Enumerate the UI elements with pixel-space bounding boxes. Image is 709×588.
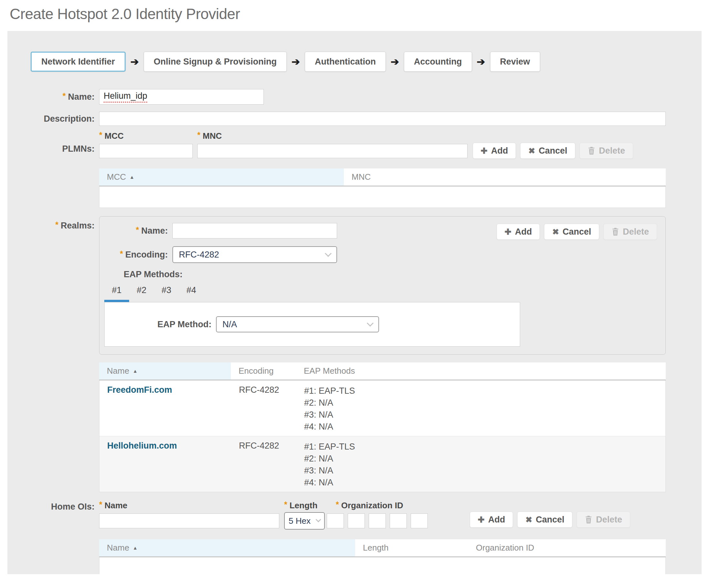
cancel-x-icon: ✖ xyxy=(552,228,559,236)
organization-id-inputs xyxy=(327,513,428,528)
arrow-right-icon: ➔ xyxy=(292,56,300,68)
plus-icon: ✚ xyxy=(478,516,484,524)
plmn-delete-button[interactable]: Delete xyxy=(580,143,633,159)
sort-asc-icon: ▲ xyxy=(133,368,137,374)
plmn-table-header-mnc[interactable]: MNC xyxy=(344,168,666,186)
realm-encoding-cell: RFC-4282 xyxy=(231,385,296,395)
eap-method-line: #3: N/A xyxy=(304,465,665,477)
eap-method-line: #1: EAP-TLS xyxy=(304,441,665,453)
step-accounting[interactable]: Accounting xyxy=(404,52,472,72)
step-authentication[interactable]: Authentication xyxy=(305,52,386,72)
trash-icon xyxy=(585,515,593,524)
eap-method-line: #4: N/A xyxy=(304,477,665,489)
realms-table-header-eap-methods[interactable]: EAP Methods xyxy=(296,363,666,379)
plus-icon: ✚ xyxy=(481,147,488,155)
homeoi-name-input[interactable] xyxy=(99,513,279,528)
eap-method-line: #3: N/A xyxy=(304,409,665,421)
realm-encoding-value: RFC-4282 xyxy=(179,250,219,260)
arrow-right-icon: ➔ xyxy=(130,56,139,68)
realm-name-link[interactable]: Hellohelium.com xyxy=(107,441,177,451)
mnc-input[interactable] xyxy=(197,144,468,158)
name-input[interactable]: Helium_idp xyxy=(99,89,264,105)
wizard-steps: Network Identifier ➔ Online Signup & Pro… xyxy=(31,52,702,72)
sort-asc-icon: ▲ xyxy=(129,174,134,180)
trash-icon xyxy=(587,146,595,155)
homeoi-table-header-organization-id[interactable]: Organization ID xyxy=(468,539,666,556)
description-label: Description: xyxy=(7,114,99,124)
realm-add-button[interactable]: ✚ Add xyxy=(497,224,540,240)
eap-method-select[interactable]: N/A xyxy=(216,316,379,332)
org-id-box-5[interactable] xyxy=(411,513,428,528)
realm-encoding-label: *Encoding: xyxy=(100,250,173,260)
plmn-table-body xyxy=(99,187,666,208)
tab-eap-3[interactable]: #3 xyxy=(154,283,179,302)
arrow-right-icon: ➔ xyxy=(477,56,485,68)
organization-id-label: *Organization ID xyxy=(336,501,428,511)
step-review[interactable]: Review xyxy=(490,52,540,72)
realm-eap-methods-cell: #1: EAP-TLS #2: N/A #3: N/A #4: N/A xyxy=(296,441,665,489)
realm-name-label: *Name: xyxy=(100,226,173,236)
name-input-value: Helium_idp xyxy=(104,91,147,103)
chevron-down-icon xyxy=(325,250,332,257)
page-title: Create Hotspot 2.0 Identity Provider xyxy=(10,5,709,23)
realm-delete-button[interactable]: Delete xyxy=(603,224,657,240)
step-network-identifier[interactable]: Network Identifier xyxy=(31,52,126,72)
tab-eap-4[interactable]: #4 xyxy=(179,283,204,302)
table-row: Hellohelium.com RFC-4282 #1: EAP-TLS #2:… xyxy=(100,436,665,492)
chevron-down-icon xyxy=(367,320,373,326)
realms-table-header-name[interactable]: Name ▲ xyxy=(99,363,231,379)
required-marker: * xyxy=(55,220,58,229)
sort-asc-icon: ▲ xyxy=(133,545,137,551)
org-id-box-4[interactable] xyxy=(390,513,407,528)
plmn-table-header-mcc[interactable]: MCC ▲ xyxy=(99,168,344,186)
realm-cancel-button[interactable]: ✖ Cancel xyxy=(544,224,599,240)
homeoi-table-body xyxy=(99,557,666,574)
eap-method-tabs: #1 #2 #3 #4 xyxy=(104,283,665,302)
eap-method-label: EAP Method: xyxy=(105,320,216,329)
realm-eap-methods-cell: #1: EAP-TLS #2: N/A #3: N/A #4: N/A xyxy=(296,385,665,433)
cancel-x-icon: ✖ xyxy=(525,516,532,524)
homeoi-table-header-length[interactable]: Length xyxy=(355,539,468,556)
realm-encoding-select[interactable]: RFC-4282 xyxy=(173,246,337,263)
step-online-signup-provisioning[interactable]: Online Signup & Provisioning xyxy=(144,52,287,72)
homeoi-length-label: *Length xyxy=(284,501,325,511)
homeoi-length-select[interactable]: 5 Hex xyxy=(284,512,325,530)
plmn-cancel-button[interactable]: ✖ Cancel xyxy=(520,143,575,159)
realms-table-body: FreedomFi.com RFC-4282 #1: EAP-TLS #2: N… xyxy=(99,380,666,492)
org-id-box-3[interactable] xyxy=(369,513,386,528)
required-marker: * xyxy=(63,91,66,100)
plus-icon: ✚ xyxy=(505,228,511,236)
chevron-down-icon xyxy=(316,517,321,523)
mcc-input[interactable] xyxy=(99,144,193,158)
description-input[interactable] xyxy=(99,112,666,126)
tab-eap-2[interactable]: #2 xyxy=(129,283,154,302)
name-label: *Name: xyxy=(7,92,99,102)
homeoi-cancel-button[interactable]: ✖ Cancel xyxy=(517,511,572,528)
trash-icon xyxy=(611,228,619,236)
realm-name-link[interactable]: FreedomFi.com xyxy=(107,385,172,395)
homeoi-delete-button[interactable]: Delete xyxy=(577,511,630,528)
plmn-add-button[interactable]: ✚ Add xyxy=(473,143,516,159)
homeoi-name-label: *Name xyxy=(99,501,279,511)
required-marker: * xyxy=(136,225,139,234)
realm-name-input[interactable] xyxy=(173,223,337,239)
tab-eap-1[interactable]: #1 xyxy=(104,283,129,302)
required-marker: * xyxy=(284,500,287,509)
required-marker: * xyxy=(336,500,339,509)
mcc-label: *MCC xyxy=(99,131,193,141)
mnc-label: *MNC xyxy=(197,131,468,141)
realm-encoding-cell: RFC-4282 xyxy=(231,441,296,451)
homeoi-table-header-name[interactable]: Name ▲ xyxy=(99,539,355,556)
eap-method-line: #2: N/A xyxy=(304,453,665,465)
org-id-box-2[interactable] xyxy=(348,513,365,528)
eap-method-line: #4: N/A xyxy=(304,421,665,433)
home-ois-table: Name ▲ Length Organization ID xyxy=(99,539,666,574)
realms-table-header-encoding[interactable]: Encoding xyxy=(231,363,296,379)
required-marker: * xyxy=(99,130,102,139)
arrow-right-icon: ➔ xyxy=(391,56,399,68)
org-id-box-1[interactable] xyxy=(327,513,344,528)
plmns-label: PLMNs: xyxy=(7,131,99,154)
form-panel: Network Identifier ➔ Online Signup & Pro… xyxy=(7,31,702,574)
homeoi-add-button[interactable]: ✚ Add xyxy=(470,511,513,528)
required-marker: * xyxy=(99,500,102,509)
